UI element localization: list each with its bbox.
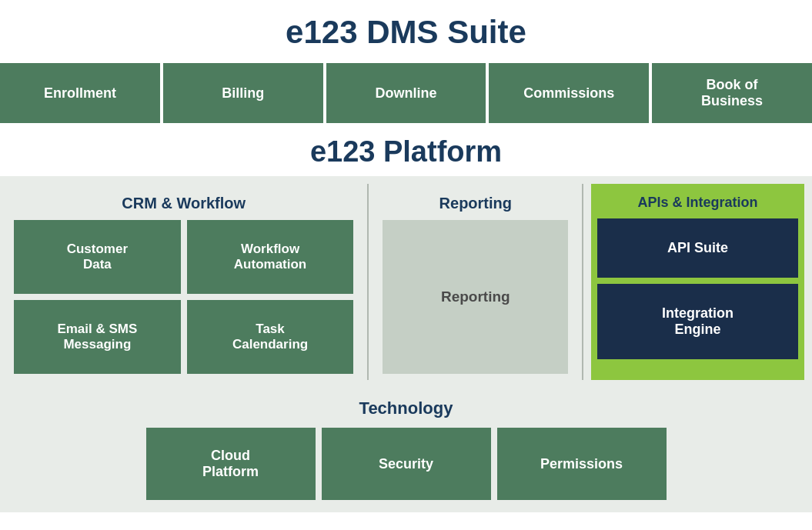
- platform-title: e123 Platform: [0, 125, 812, 176]
- apis-cell-0: API Suite: [597, 218, 798, 278]
- crm-cell-2: Email & SMS Messaging: [14, 300, 181, 374]
- dms-item-4: Book of Business: [650, 62, 812, 125]
- dms-item-1: Billing: [162, 62, 325, 125]
- reporting-cell: Reporting: [383, 220, 568, 374]
- dms-item-2: Downline: [325, 62, 488, 125]
- reporting-section-title: Reporting: [383, 190, 568, 220]
- crm-block: CRM & Workflow Customer DataWorkflow Aut…: [8, 184, 359, 380]
- tech-cell-2: Permissions: [497, 428, 667, 500]
- dms-row: EnrollmentBillingDownlineCommissionsBook…: [0, 62, 812, 125]
- crm-section-title: CRM & Workflow: [14, 190, 353, 220]
- crm-cell-3: Task Calendaring: [187, 300, 354, 374]
- tech-row: Cloud PlatformSecurityPermissions: [8, 428, 804, 500]
- dms-item-0: Enrollment: [0, 62, 162, 125]
- apis-section-title: APIs & Integration: [597, 190, 798, 218]
- technology-section: Technology Cloud PlatformSecurityPermiss…: [0, 388, 812, 512]
- technology-title: Technology: [8, 398, 804, 428]
- dms-item-3: Commissions: [487, 62, 650, 125]
- crm-cell-1: Workflow Automation: [187, 220, 354, 294]
- reporting-block: Reporting Reporting: [376, 184, 574, 380]
- divider-1: [367, 184, 369, 380]
- apis-cell-1: Integration Engine: [597, 284, 798, 359]
- apis-grid: API SuiteIntegration Engine: [597, 218, 798, 359]
- crm-cell-0: Customer Data: [14, 220, 181, 294]
- tech-cell-0: Cloud Platform: [146, 428, 316, 500]
- divider-2: [582, 184, 583, 380]
- tech-cell-1: Security: [322, 428, 491, 500]
- main-title: e123 DMS Suite: [0, 0, 812, 62]
- crm-grid: Customer DataWorkflow AutomationEmail & …: [14, 220, 353, 374]
- apis-block: APIs & Integration API SuiteIntegration …: [591, 184, 804, 380]
- platform-section: CRM & Workflow Customer DataWorkflow Aut…: [0, 176, 812, 388]
